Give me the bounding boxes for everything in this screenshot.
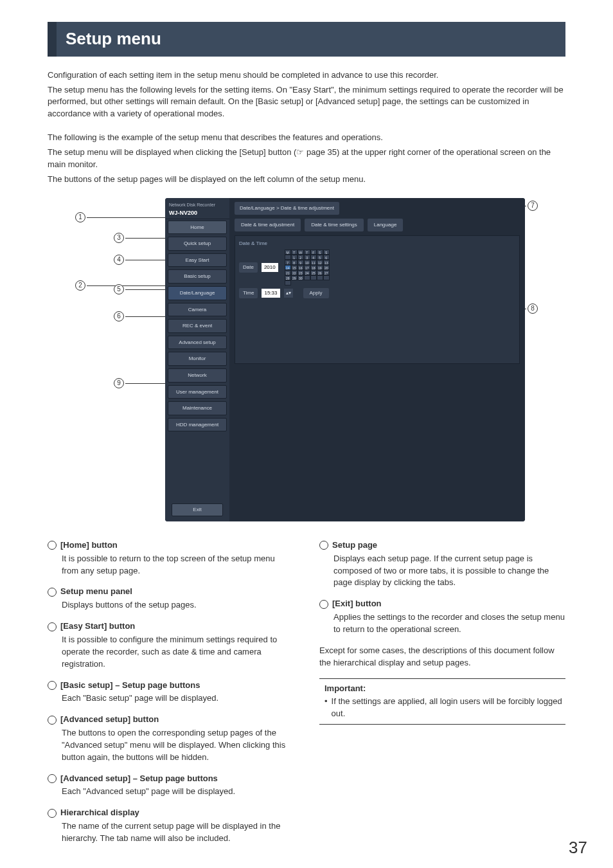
callout-5: 5 bbox=[114, 284, 170, 294]
calendar-cell[interactable]: 28 bbox=[285, 275, 291, 280]
item-title: Setup menu panel bbox=[60, 586, 132, 598]
calendar-day-header: W bbox=[298, 249, 304, 255]
calendar-cell[interactable]: 2 bbox=[298, 255, 304, 260]
calendar-cell[interactable]: 30 bbox=[298, 275, 304, 280]
network-button[interactable]: Network bbox=[168, 368, 227, 383]
item-body: The buttons to open the corresponding se… bbox=[48, 727, 294, 764]
description-item: [Advanced setup] – Setup page buttonsEac… bbox=[48, 773, 294, 799]
maintenance-button[interactable]: Maintenance bbox=[168, 401, 227, 415]
apply-button[interactable]: Apply bbox=[303, 288, 329, 298]
calendar-cell[interactable]: 9 bbox=[298, 260, 304, 265]
calendar-cell[interactable]: 24 bbox=[304, 270, 310, 275]
brand-model: WJ-NV200 bbox=[169, 209, 226, 217]
calendar-cell[interactable]: 25 bbox=[310, 270, 317, 275]
calendar-cell[interactable]: 4 bbox=[310, 255, 317, 260]
calendar-cell[interactable]: 6 bbox=[323, 255, 330, 260]
item-number bbox=[48, 681, 57, 690]
breadcrumb: Date/Language > Date & time adjustment bbox=[235, 202, 339, 215]
quick-setup-button[interactable]: Quick setup bbox=[168, 237, 227, 251]
calendar-cell[interactable]: 21 bbox=[285, 270, 291, 275]
calendar-cell[interactable]: 27 bbox=[323, 270, 330, 275]
panel-title: Date & Time bbox=[239, 240, 515, 248]
tabs: Date & time adjustment Date & time setti… bbox=[235, 219, 520, 231]
calendar-cell[interactable] bbox=[323, 275, 330, 280]
item-title: Hierarchical display bbox=[60, 807, 139, 819]
screenshot-wrapper: 1 2 3 4 5 6 9 7 8 Network Disk Recorder … bbox=[75, 198, 538, 521]
item-number bbox=[48, 809, 57, 818]
item-number bbox=[48, 588, 57, 597]
item-title: Setup page bbox=[332, 539, 377, 552]
calendar-day-header: T bbox=[304, 249, 310, 255]
setup-screenshot: Network Disk Recorder WJ-NV200 Home Quic… bbox=[165, 198, 525, 521]
important-box: Important:•If the settings are applied, … bbox=[319, 678, 565, 725]
calendar-cell[interactable]: 14 bbox=[285, 265, 291, 270]
calendar-cell[interactable]: 5 bbox=[317, 255, 323, 260]
calendar-cell[interactable]: 13 bbox=[323, 260, 330, 265]
item-body: It is possible to return to the top scre… bbox=[48, 553, 294, 577]
description-item: [Basic setup] – Setup page buttonsEach "… bbox=[48, 680, 294, 705]
intro-block: Configuration of each setting item in th… bbox=[48, 69, 565, 120]
item-body: Displays buttons of the setup pages. bbox=[48, 599, 294, 611]
calendar-cell[interactable]: 3 bbox=[304, 255, 310, 260]
tab-language[interactable]: Language bbox=[368, 219, 404, 231]
hdd-management-button[interactable]: HDD management bbox=[168, 418, 227, 432]
tab-datetime-settings[interactable]: Date & time settings bbox=[305, 219, 364, 231]
basic-setup-button[interactable]: Basic setup bbox=[168, 269, 227, 284]
item-number bbox=[48, 716, 57, 725]
item-body: It is possible to configure the minimum … bbox=[48, 634, 294, 671]
calendar-cell[interactable]: 18 bbox=[310, 265, 317, 270]
calendar-cell[interactable]: 22 bbox=[291, 270, 298, 275]
calendar-cell[interactable]: 8 bbox=[291, 260, 298, 265]
brand: Network Disk Recorder WJ-NV200 bbox=[165, 198, 229, 219]
item-title: [Home] button bbox=[60, 539, 118, 552]
calendar-cell[interactable]: 19 bbox=[317, 265, 323, 270]
advanced-setup-button[interactable]: Advanced setup bbox=[168, 336, 227, 350]
calendar-cell[interactable] bbox=[317, 275, 323, 280]
calendar-cell[interactable] bbox=[304, 275, 310, 280]
item-number bbox=[319, 541, 328, 550]
calendar-cell[interactable]: 26 bbox=[317, 270, 323, 275]
calendar-cell[interactable]: 15 bbox=[291, 265, 298, 270]
calendar-cell[interactable]: 11 bbox=[310, 260, 317, 265]
calendar-cell[interactable]: 1 bbox=[291, 255, 298, 260]
date-language-button[interactable]: Date/Language bbox=[168, 286, 227, 300]
date-label: Date bbox=[239, 262, 258, 273]
calendar-cell[interactable]: 29 bbox=[291, 275, 298, 280]
description-item: Setup pageDisplays each setup page. If t… bbox=[319, 539, 565, 589]
intro2-block: The following is the example of the setu… bbox=[48, 132, 565, 185]
camera-button[interactable]: Camera bbox=[168, 303, 227, 317]
user-management-button[interactable]: User management bbox=[168, 385, 227, 399]
calendar-cell[interactable] bbox=[310, 275, 317, 280]
description-item: [Home] buttonIt is possible to return to… bbox=[48, 539, 294, 577]
calendar-cell[interactable]: 12 bbox=[317, 260, 323, 265]
calendar[interactable]: MTWTFSS123456789101112131415161718192021… bbox=[285, 249, 330, 285]
calendar-cell[interactable]: 23 bbox=[298, 270, 304, 275]
calendar-cell[interactable]: 17 bbox=[304, 265, 310, 270]
calendar-cell[interactable] bbox=[285, 280, 291, 285]
time-value[interactable]: 15:33 bbox=[262, 289, 280, 298]
calendar-day-header: M bbox=[285, 249, 291, 255]
important-bullet: •If the settings are applied, all login … bbox=[319, 696, 565, 720]
calendar-cell[interactable]: 10 bbox=[304, 260, 310, 265]
rec-event-button[interactable]: REC & event bbox=[168, 319, 227, 333]
exit-button[interactable]: Exit bbox=[172, 503, 223, 516]
item-title: [Advanced setup] button bbox=[60, 714, 159, 726]
item-title: [Exit] button bbox=[332, 598, 382, 610]
calendar-cell[interactable] bbox=[285, 255, 291, 260]
tab-datetime-adjust[interactable]: Date & time adjustment bbox=[235, 219, 301, 231]
brand-line: Network Disk Recorder bbox=[169, 202, 226, 208]
home-button[interactable]: Home bbox=[168, 221, 227, 235]
calendar-cell[interactable]: 16 bbox=[298, 265, 304, 270]
monitor-button[interactable]: Monitor bbox=[168, 352, 227, 366]
item-body: Each "Basic setup" page will be displaye… bbox=[48, 692, 294, 705]
description-item: [Easy Start] buttonIt is possible to con… bbox=[48, 620, 294, 670]
calendar-cell[interactable]: 20 bbox=[323, 265, 330, 270]
item-number bbox=[48, 622, 57, 631]
intro-p2: The setup menu has the following levels … bbox=[48, 84, 565, 121]
time-spinner-icon[interactable]: ▴▾ bbox=[284, 289, 293, 298]
calendar-cell[interactable]: 7 bbox=[285, 260, 291, 265]
col-right: Setup pageDisplays each setup page. If t… bbox=[319, 539, 565, 854]
intro2-p1: The following is the example of the setu… bbox=[48, 132, 565, 144]
date-year[interactable]: 2010 bbox=[262, 263, 278, 272]
easy-start-button[interactable]: Easy Start bbox=[168, 253, 227, 267]
